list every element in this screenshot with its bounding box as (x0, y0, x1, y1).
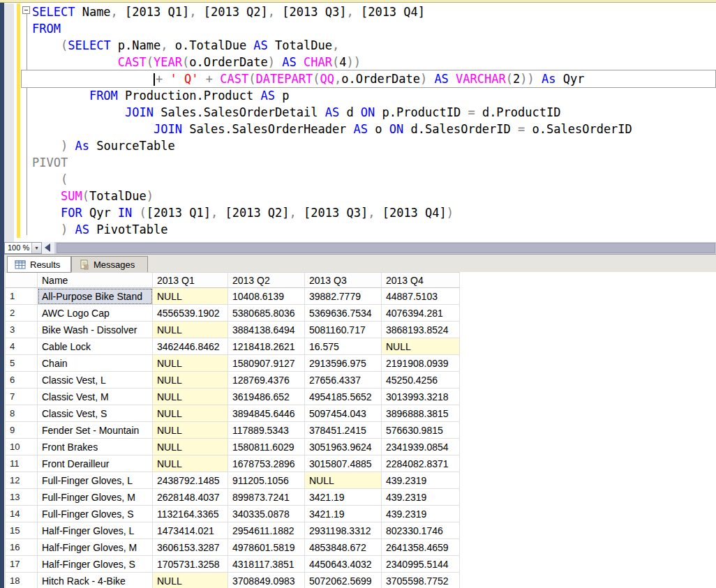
code-line-9[interactable]: ) As SourceTable (32, 137, 716, 154)
grid-cell[interactable]: 439.2319 (382, 489, 460, 506)
grid-cell[interactable]: 439.2319 (382, 506, 460, 522)
grid-cell[interactable]: 4954185.5652 (305, 389, 382, 405)
grid-cell[interactable]: 27656.4337 (305, 372, 382, 389)
grid-cell[interactable]: 4853848.672 (305, 539, 382, 556)
grid-cell[interactable]: 39882.7779 (305, 288, 382, 305)
grid-cell[interactable]: 802330.1746 (382, 522, 460, 539)
grid-cell[interactable]: Bike Wash - Dissolver (38, 322, 153, 338)
grid-cell[interactable]: NULL (153, 439, 228, 455)
grid-cell[interactable]: 2284082.8371 (382, 455, 460, 472)
row-header-2[interactable]: 2 (5, 305, 38, 322)
grid-cell[interactable]: AWC Logo Cap (38, 305, 153, 322)
column-header-name[interactable]: Name (38, 272, 153, 288)
code-line-4[interactable]: CAST(YEAR(o.OrderDate) AS CHAR(4)) (32, 54, 716, 70)
grid-cell[interactable]: 3894845.6446 (228, 405, 305, 422)
grid-cell[interactable]: NULL (153, 405, 228, 422)
grid-cell[interactable]: Cable Lock (38, 338, 153, 355)
grid-cell[interactable]: Full-Finger Gloves, L (38, 472, 153, 489)
code-line-5[interactable]: + ' Q' + CAST(DATEPART(QQ,o.OrderDate) A… (32, 70, 716, 87)
grid-cell[interactable]: 3421.19 (305, 489, 382, 506)
chevron-down-icon[interactable]: ▾ (31, 243, 41, 253)
grid-cell[interactable]: NULL (153, 389, 228, 405)
grid-cell[interactable]: 4450643.4032 (305, 556, 382, 573)
code-line-13[interactable]: FOR Qyr IN ([2013 Q1], [2013 Q2], [2013 … (32, 204, 716, 221)
grid-cell[interactable]: 2913596.975 (305, 355, 382, 372)
grid-cell[interactable]: 1132164.3365 (153, 506, 228, 522)
grid-cell[interactable]: Half-Finger Gloves, M (38, 539, 153, 556)
grid-cell[interactable]: Full-Finger Gloves, M (38, 489, 153, 506)
code-line-10[interactable]: PIVOT (32, 154, 716, 171)
column-header-2013-q4[interactable]: 2013 Q4 (382, 272, 460, 288)
grid-cell[interactable]: 1218418.2621 (228, 338, 305, 355)
grid-cell[interactable]: NULL (153, 288, 228, 305)
grid-cell[interactable]: 911205.1056 (228, 472, 305, 489)
row-header-7[interactable]: 7 (5, 389, 38, 405)
horizontal-scrollbar[interactable] (54, 242, 716, 254)
row-header-8[interactable]: 8 (5, 405, 38, 422)
code-line-14[interactable]: ) AS PivotTable (32, 221, 716, 238)
grid-cell[interactable]: 3606153.3287 (153, 539, 228, 556)
row-header-5[interactable]: 5 (5, 355, 38, 372)
scroll-left-button[interactable] (45, 243, 50, 252)
grid-cell[interactable]: 1580907.9127 (228, 355, 305, 372)
grid-cell[interactable]: 5072062.5699 (305, 573, 382, 588)
grid-cell[interactable]: 3868193.8524 (382, 322, 460, 338)
grid-cell[interactable]: 2931198.3312 (305, 522, 382, 539)
grid-cell[interactable]: NULL (153, 322, 228, 338)
grid-cell[interactable]: 4978601.5819 (228, 539, 305, 556)
grid-cell[interactable]: 3421.19 (305, 506, 382, 522)
grid-cell[interactable]: NULL (153, 573, 228, 588)
grid-cell[interactable]: 117889.5343 (228, 422, 305, 439)
column-header-2013-q3[interactable]: 2013 Q3 (305, 272, 382, 288)
code-line-11[interactable]: ( (32, 171, 716, 188)
grid-cell[interactable]: 3015807.4885 (305, 455, 382, 472)
row-header-1[interactable]: 1 (5, 288, 38, 305)
grid-cell[interactable]: 16.575 (305, 338, 382, 355)
grid-cell[interactable]: 439.2319 (382, 472, 460, 489)
grid-cell[interactable]: 5369636.7534 (305, 305, 382, 322)
grid-cell[interactable]: Classic Vest, S (38, 405, 153, 422)
sql-editor[interactable]: SELECT Name, [2013 Q1], [2013 Q2], [2013… (4, 3, 716, 242)
grid-cell[interactable]: 3884138.6494 (228, 322, 305, 338)
grid-cell[interactable]: 2628148.4037 (153, 489, 228, 506)
tab-messages[interactable]: Messages (71, 256, 148, 273)
row-header-11[interactable]: 11 (5, 455, 38, 472)
row-header-4[interactable]: 4 (5, 338, 38, 355)
scrollbar-thumb[interactable] (57, 243, 715, 253)
grid-cell[interactable]: 3013993.3218 (382, 389, 460, 405)
grid-cell[interactable]: 4556539.1902 (153, 305, 228, 322)
row-header-12[interactable]: 12 (5, 472, 38, 489)
column-header-2013-q2[interactable]: 2013 Q2 (228, 272, 305, 288)
grid-cell[interactable]: NULL (153, 422, 228, 439)
row-header-14[interactable]: 14 (5, 506, 38, 522)
grid-cell[interactable]: 340335.0878 (228, 506, 305, 522)
grid-cell[interactable]: 3619486.652 (228, 389, 305, 405)
row-header-3[interactable]: 3 (5, 322, 38, 338)
grid-cell[interactable]: 3705598.7752 (382, 573, 460, 588)
grid-cell[interactable]: Classic Vest, M (38, 389, 153, 405)
collapse-region-button[interactable] (22, 6, 30, 14)
grid-cell[interactable]: 5081160.717 (305, 322, 382, 338)
grid-cell[interactable]: NULL (382, 338, 460, 355)
grid-cell[interactable]: 3896888.3815 (382, 405, 460, 422)
grid-cell[interactable]: 899873.7241 (228, 489, 305, 506)
grid-cell[interactable]: 378451.2415 (305, 422, 382, 439)
row-header-9[interactable]: 9 (5, 422, 38, 439)
grid-cell[interactable]: NULL (153, 455, 228, 472)
grid-cell[interactable]: All-Purpose Bike Stand (38, 288, 153, 305)
grid-cell[interactable]: Hitch Rack - 4-Bike (38, 573, 153, 588)
grid-cell[interactable]: 576630.9815 (382, 422, 460, 439)
grid-cell[interactable]: 4076394.281 (382, 305, 460, 322)
row-header-10[interactable]: 10 (5, 439, 38, 455)
grid-cell[interactable]: 45250.4256 (382, 372, 460, 389)
grid-cell[interactable]: 2438792.1485 (153, 472, 228, 489)
grid-cell[interactable]: Front Brakes (38, 439, 153, 455)
grid-cell[interactable]: 1678753.2896 (228, 455, 305, 472)
grid-cell[interactable]: Chain (38, 355, 153, 372)
code-line-3[interactable]: (SELECT p.Name, o.TotalDue AS TotalDue, (32, 37, 716, 54)
grid-cell[interactable]: 3051963.9624 (305, 439, 382, 455)
row-header-6[interactable]: 6 (5, 372, 38, 389)
grid-cell[interactable]: Half-Finger Gloves, L (38, 522, 153, 539)
grid-cell[interactable]: Fender Set - Mountain (38, 422, 153, 439)
grid-cell[interactable]: 5380685.8036 (228, 305, 305, 322)
